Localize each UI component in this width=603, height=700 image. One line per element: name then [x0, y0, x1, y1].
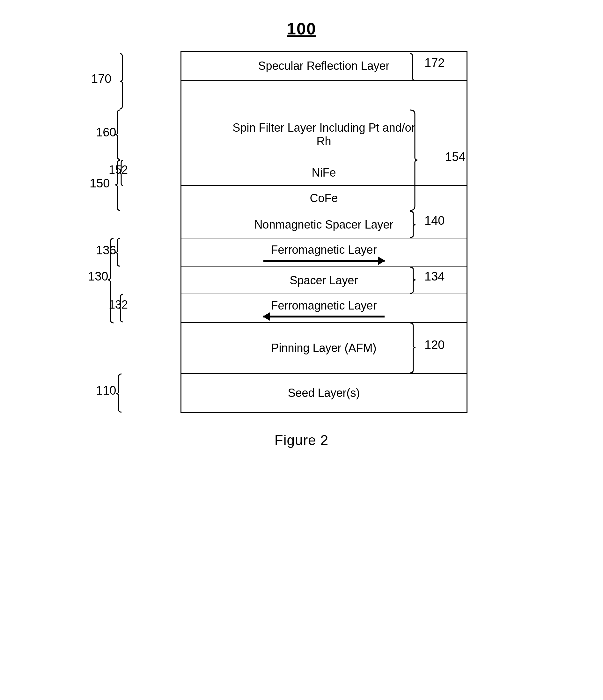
label-cofe: CoFe: [310, 192, 338, 205]
bracket-152: [119, 160, 123, 185]
label-136-text: 136: [96, 244, 116, 257]
bracket-132: [119, 294, 123, 322]
layer-spacer-mid: Spacer Layer: [182, 267, 466, 294]
layer-spin-filter: Spin Filter Layer Including Pt and/orRh: [182, 109, 466, 160]
ferro-top-content: Ferromagnetic Layer: [263, 243, 385, 262]
label-specular: Specular Reflection Layer: [258, 59, 389, 73]
label-pinning: Pinning Layer (AFM): [271, 342, 376, 355]
bracket-130: [108, 239, 114, 323]
label-nonmag-spacer: Nonmagnetic Spacer Layer: [254, 218, 393, 231]
figure-caption: Figure 2: [274, 432, 329, 448]
bracket-110: [116, 374, 121, 412]
label-150-text: 150: [90, 177, 110, 190]
label-seed: Seed Layer(s): [288, 386, 360, 400]
arrow-right-icon: [263, 260, 385, 262]
label-170-text: 170: [91, 72, 111, 85]
label-130-text: 130: [88, 270, 108, 283]
layer-specular: Specular Reflection Layer: [182, 52, 466, 81]
label-spin-filter: Spin Filter Layer Including Pt and/orRh: [233, 121, 415, 148]
layer-seed: Seed Layer(s): [182, 374, 466, 412]
bracket-136: [115, 239, 120, 266]
layer-ferro-top: Ferromagnetic Layer: [182, 239, 466, 267]
label-ferro-top: Ferromagnetic Layer: [271, 243, 377, 257]
label-132-text: 132: [109, 298, 128, 311]
label-152-text: 152: [109, 163, 128, 176]
page: 100 Specular Reflection Layer Spin Filte…: [0, 0, 603, 700]
layer-ferro-bot: Ferromagnetic Layer: [182, 294, 466, 323]
layer-nonmag-spacer: Nonmagnetic Spacer Layer: [182, 211, 466, 239]
layer-spacer-top: [182, 81, 466, 109]
ferro-bot-content: Ferromagnetic Layer: [263, 299, 385, 318]
label-nife: NiFe: [312, 166, 336, 179]
bracket-150: [115, 160, 120, 210]
label-160-text: 160: [96, 126, 116, 139]
arrow-left-icon: [263, 316, 385, 318]
label-110-text: 110: [96, 384, 116, 397]
diagram-wrapper: Specular Reflection Layer Spin Filter La…: [78, 51, 525, 413]
label-ferro-bot: Ferromagnetic Layer: [271, 299, 377, 312]
figure-number: 100: [287, 19, 316, 38]
layer-pinning: Pinning Layer (AFM): [182, 323, 466, 374]
label-spacer-mid: Spacer Layer: [290, 274, 358, 287]
layer-stack: Specular Reflection Layer Spin Filter La…: [180, 51, 467, 413]
bracket-160: [115, 110, 120, 159]
layer-nife: NiFe: [182, 160, 466, 186]
bracket-170: [120, 54, 122, 109]
layer-cofe: CoFe: [182, 186, 466, 211]
